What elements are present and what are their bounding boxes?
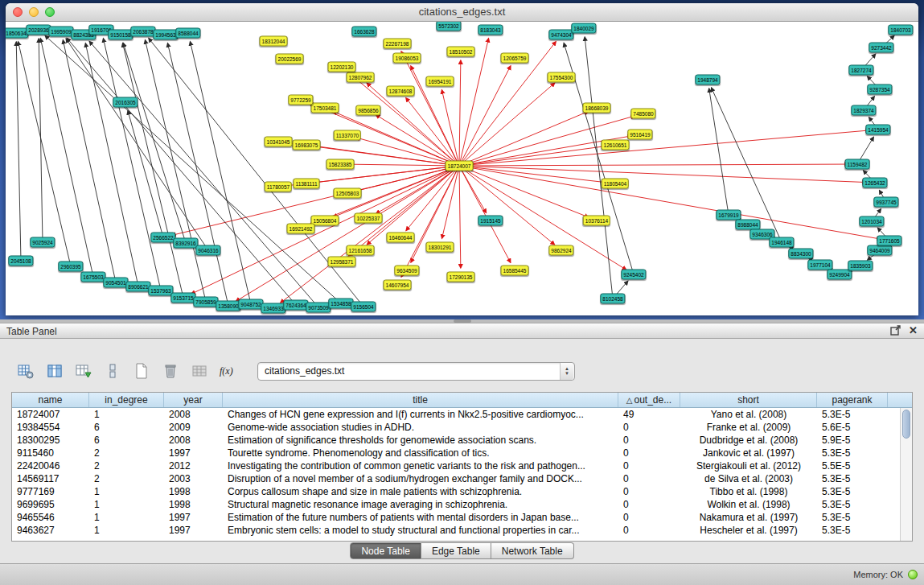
- scrollbar-thumb[interactable]: [902, 410, 910, 439]
- table-cell[interactable]: 0: [618, 434, 680, 447]
- table-cell[interactable]: Franke et al. (2009): [680, 421, 817, 434]
- table-cell[interactable]: 1: [89, 408, 164, 421]
- table-cell[interactable]: Estimation of the future numbers of pati…: [223, 511, 618, 524]
- graph-node[interactable]: 22267198: [384, 39, 412, 49]
- graph-edge[interactable]: [63, 40, 116, 282]
- table-row[interactable]: 946554611997Estimation of the future num…: [12, 511, 900, 524]
- table-cell[interactable]: 2: [89, 459, 164, 472]
- graph-node[interactable]: 1675503: [80, 272, 105, 282]
- graph-edge[interactable]: [16, 42, 21, 261]
- graph-node[interactable]: 1915145: [478, 216, 503, 226]
- graph-node[interactable]: 12807962: [347, 72, 375, 83]
- graph-node[interactable]: 1201034: [859, 216, 884, 227]
- table-cell[interactable]: 0: [618, 459, 680, 472]
- graph-node[interactable]: 1994563: [153, 30, 178, 40]
- graph-edge[interactable]: [459, 146, 606, 166]
- column-header-title[interactable]: title: [223, 393, 618, 407]
- graph-node[interactable]: 1663628: [351, 27, 376, 37]
- table-cell[interactable]: 5.3E-5: [817, 447, 888, 459]
- graph-edge[interactable]: [459, 166, 555, 245]
- graph-node[interactable]: 1827274: [848, 65, 873, 76]
- graph-node[interactable]: 11805404: [602, 179, 629, 189]
- graph-node[interactable]: 1534858: [328, 299, 353, 309]
- table-cell[interactable]: 2: [89, 472, 164, 485]
- table-cell[interactable]: 6: [89, 434, 164, 447]
- network-window[interactable]: citations_edges.txt 18724007185105021206…: [6, 3, 918, 315]
- table-selector-combo[interactable]: citations_edges.txt ▲▼: [257, 362, 575, 381]
- graph-node[interactable]: 18312044: [260, 36, 288, 47]
- graph-node[interactable]: 1537963: [148, 286, 173, 296]
- table-cell[interactable]: 1997: [164, 447, 223, 459]
- table-cell[interactable]: 1: [89, 485, 164, 498]
- graph-node[interactable]: 9054501: [103, 278, 128, 288]
- graph-node[interactable]: 2016305: [113, 97, 138, 108]
- graph-node[interactable]: 9245402: [621, 270, 646, 280]
- table-cell[interactable]: 0: [618, 524, 680, 537]
- graph-node[interactable]: 2063878: [130, 27, 155, 37]
- table-cell[interactable]: 9463627: [12, 524, 89, 537]
- graph-node[interactable]: 5572302: [436, 22, 461, 31]
- table-cell[interactable]: Hescheler et al. (1997): [680, 524, 817, 537]
- table-cell[interactable]: 2012: [164, 459, 223, 472]
- graph-node[interactable]: 9516419: [627, 130, 652, 140]
- graph-node[interactable]: 16954191: [426, 76, 454, 87]
- table-row[interactable]: 1456911722003Disruption of a novel membe…: [12, 472, 900, 485]
- graph-node[interactable]: 7624364: [283, 300, 308, 311]
- network-canvas[interactable]: 1872400718510502120657591755430018668039…: [6, 22, 918, 315]
- close-panel-icon[interactable]: ✕: [909, 325, 918, 336]
- table-settings-icon[interactable]: [14, 360, 36, 382]
- graph-edge[interactable]: [66, 39, 208, 250]
- graph-node[interactable]: 9156504: [351, 302, 376, 312]
- table-cell[interactable]: 18300295: [12, 434, 89, 447]
- graph-edge[interactable]: [45, 35, 341, 303]
- graph-edge[interactable]: [459, 166, 511, 262]
- table-row[interactable]: 1830029562008Estimation of significance …: [12, 434, 900, 447]
- graph-node[interactable]: 9856856: [355, 105, 380, 116]
- graph-edge[interactable]: [459, 166, 461, 268]
- graph-edge[interactable]: [709, 89, 729, 215]
- graph-node[interactable]: 16460644: [387, 233, 415, 243]
- table-cell[interactable]: Disruption of a novel member of a sodium…: [223, 472, 618, 485]
- graph-node[interactable]: 9474304: [548, 30, 573, 40]
- graph-node[interactable]: 12065759: [501, 53, 529, 64]
- table-cell[interactable]: 1998: [164, 485, 223, 498]
- graph-edge[interactable]: [459, 166, 881, 239]
- graph-node[interactable]: 9048752: [238, 299, 263, 310]
- table-import-icon[interactable]: [72, 360, 94, 382]
- table-cell[interactable]: 5.3E-5: [817, 524, 888, 537]
- rows-icon[interactable]: [101, 360, 123, 382]
- graph-node[interactable]: 14607954: [384, 280, 412, 290]
- column-header-name[interactable]: name: [12, 393, 89, 407]
- graph-node[interactable]: 12202130: [328, 62, 356, 72]
- graph-node[interactable]: 16585445: [501, 266, 529, 276]
- table-cell[interactable]: 5.3E-5: [817, 408, 888, 421]
- table-cell[interactable]: 14569117: [12, 472, 89, 485]
- graph-node[interactable]: 12505803: [334, 188, 362, 199]
- tab-node-table[interactable]: Node Table: [350, 542, 421, 559]
- graph-node[interactable]: 11381111: [294, 179, 320, 189]
- graph-node[interactable]: 9862924: [548, 245, 573, 256]
- graph-node[interactable]: 10341045: [265, 137, 293, 147]
- graph-node[interactable]: 16983075: [293, 140, 321, 150]
- graph-node[interactable]: 9025924: [30, 237, 55, 248]
- graph-edge[interactable]: [459, 83, 555, 166]
- graph-node[interactable]: 1995909: [48, 27, 73, 37]
- graph-edge[interactable]: [349, 164, 459, 166]
- graph-edge[interactable]: [459, 111, 589, 166]
- table-cell[interactable]: 1998: [164, 498, 223, 511]
- graph-node[interactable]: 11337070: [334, 130, 361, 141]
- graph-node[interactable]: 11780057: [265, 182, 292, 192]
- table-cell[interactable]: 2008: [164, 434, 223, 447]
- table-cell[interactable]: Corpus callosum shape and size in male p…: [223, 485, 618, 498]
- table-row[interactable]: 2242004622012Investigating the contribut…: [12, 459, 900, 472]
- network-window-titlebar[interactable]: citations_edges.txt: [6, 3, 918, 22]
- graph-edge[interactable]: [459, 166, 606, 183]
- table-cell[interactable]: 19384554: [12, 421, 89, 434]
- function-icon[interactable]: f(x): [217, 360, 239, 382]
- table-cell[interactable]: 22420046: [12, 459, 89, 472]
- graph-edge[interactable]: [190, 42, 251, 304]
- graph-node[interactable]: 18668039: [583, 103, 611, 113]
- table-cell[interactable]: 18724007: [12, 408, 89, 421]
- graph-node[interactable]: 1946148: [769, 237, 794, 248]
- graph-edge[interactable]: [123, 43, 183, 298]
